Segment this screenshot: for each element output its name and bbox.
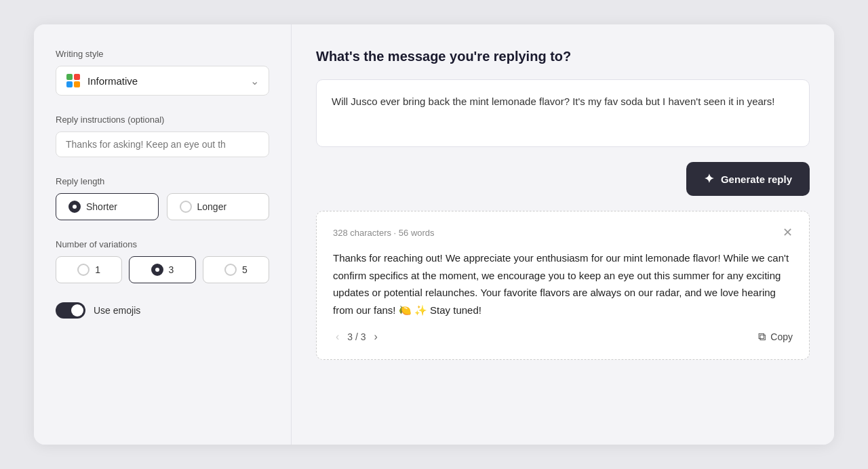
- result-footer: ‹ 3 / 3 › ⧉ Copy: [333, 329, 793, 344]
- style-dropdown-left: Informative: [66, 73, 138, 88]
- generate-row: ✦ Generate reply: [316, 162, 810, 196]
- svg-rect-2: [66, 81, 73, 87]
- length-option-shorter[interactable]: Shorter: [56, 193, 159, 220]
- writing-style-label: Writing style: [56, 49, 269, 59]
- copy-button[interactable]: ⧉ Copy: [758, 331, 793, 343]
- variation-option-3[interactable]: 3: [129, 256, 195, 283]
- message-box: Will Jusco ever bring back the mint lemo…: [316, 79, 810, 147]
- style-icon: [66, 73, 81, 88]
- close-result-button[interactable]: ✕: [783, 226, 793, 239]
- use-emojis-label: Use emojis: [94, 305, 140, 316]
- reply-length-group: Shorter Longer: [56, 193, 269, 220]
- sparkle-icon: ✦: [704, 171, 714, 186]
- generate-reply-button[interactable]: ✦ Generate reply: [686, 162, 810, 196]
- radio-circle-1: [77, 264, 90, 276]
- copy-icon: ⧉: [758, 331, 766, 343]
- result-card: 328 characters · 56 words ✕ Thanks for r…: [316, 211, 810, 360]
- svg-rect-3: [74, 81, 80, 87]
- result-meta: 328 characters · 56 words: [333, 228, 435, 238]
- use-emojis-toggle[interactable]: [56, 302, 85, 319]
- radio-circle-5: [224, 264, 237, 276]
- variation-label-5: 5: [242, 264, 248, 275]
- writing-style-dropdown[interactable]: Informative ⌄: [56, 66, 269, 96]
- left-panel: Writing style Informative ⌄ Reply instru…: [34, 24, 292, 445]
- svg-rect-0: [66, 74, 73, 80]
- reply-length-label: Reply length: [56, 176, 269, 186]
- reply-instructions-section: Reply instructions (optional): [56, 115, 269, 157]
- length-option-longer[interactable]: Longer: [167, 193, 270, 220]
- style-value: Informative: [87, 75, 138, 87]
- variation-option-5[interactable]: 5: [203, 256, 269, 283]
- right-panel: What's the message you're replying to? W…: [292, 24, 834, 445]
- reply-instructions-label: Reply instructions (optional): [56, 115, 269, 125]
- result-header: 328 characters · 56 words ✕: [333, 226, 793, 239]
- page-prev-button[interactable]: ‹: [333, 329, 342, 344]
- reply-instructions-input[interactable]: [56, 131, 269, 157]
- svg-rect-1: [74, 74, 80, 80]
- radio-circle-shorter: [68, 201, 81, 213]
- pagination: ‹ 3 / 3 ›: [333, 329, 380, 344]
- length-label-longer: Longer: [197, 201, 227, 212]
- page-indicator: 3 / 3: [347, 331, 366, 342]
- variation-label-1: 1: [95, 264, 100, 275]
- variation-group: 1 3 5: [56, 256, 269, 283]
- variation-label-3: 3: [169, 264, 174, 275]
- writing-style-section: Writing style Informative ⌄: [56, 49, 269, 96]
- use-emojis-row: Use emojis: [56, 302, 269, 319]
- chevron-down-icon: ⌄: [250, 75, 259, 87]
- copy-label: Copy: [770, 331, 793, 342]
- length-label-shorter: Shorter: [86, 201, 117, 212]
- variations-label: Number of variations: [56, 239, 269, 249]
- page-next-button[interactable]: ›: [372, 329, 380, 344]
- reply-length-section: Reply length Shorter Longer: [56, 176, 269, 220]
- variations-section: Number of variations 1 3 5: [56, 239, 269, 283]
- radio-circle-longer: [180, 201, 192, 213]
- result-text: Thanks for reaching out! We appreciate y…: [333, 249, 793, 319]
- variation-option-1[interactable]: 1: [56, 256, 122, 283]
- right-title: What's the message you're replying to?: [316, 49, 810, 64]
- main-card: Writing style Informative ⌄ Reply instru…: [34, 24, 834, 445]
- radio-circle-3: [151, 264, 163, 276]
- generate-label: Generate reply: [721, 174, 792, 185]
